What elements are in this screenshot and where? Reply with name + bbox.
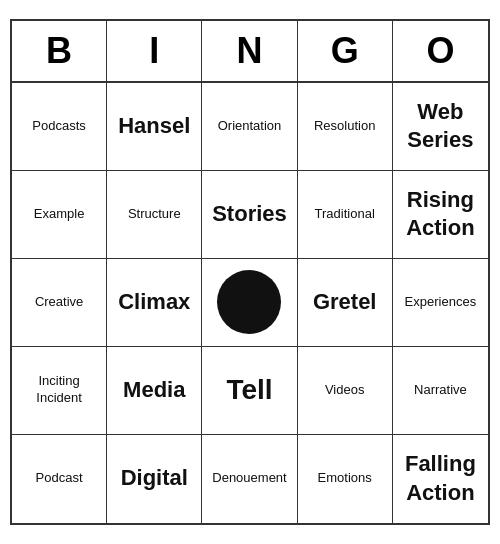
bingo-card: BINGO PodcastsHanselOrientationResolutio…	[10, 19, 490, 524]
bingo-letter-n: N	[202, 21, 297, 80]
cell-text-19: Narrative	[414, 382, 467, 399]
bingo-grid: PodcastsHanselOrientationResolutionWeb S…	[12, 83, 488, 523]
bingo-cell-3: Resolution	[298, 83, 393, 171]
free-space-circle	[217, 270, 281, 334]
bingo-cell-21: Digital	[107, 435, 202, 523]
cell-text-11: Climax	[118, 288, 190, 317]
cell-text-6: Structure	[128, 206, 181, 223]
cell-text-10: Creative	[35, 294, 83, 311]
bingo-cell-13: Gretel	[298, 259, 393, 347]
bingo-cell-8: Traditional	[298, 171, 393, 259]
bingo-letter-b: B	[12, 21, 107, 80]
bingo-cell-0: Podcasts	[12, 83, 107, 171]
cell-text-13: Gretel	[313, 288, 377, 317]
cell-text-24: Falling Action	[397, 450, 484, 507]
bingo-cell-15: Inciting Incident	[12, 347, 107, 435]
cell-text-21: Digital	[121, 464, 188, 493]
cell-text-7: Stories	[212, 200, 287, 229]
bingo-cell-20: Podcast	[12, 435, 107, 523]
cell-text-17: Tell	[226, 372, 272, 408]
cell-text-14: Experiences	[405, 294, 477, 311]
bingo-cell-4: Web Series	[393, 83, 488, 171]
bingo-header: BINGO	[12, 21, 488, 82]
cell-text-5: Example	[34, 206, 85, 223]
bingo-cell-19: Narrative	[393, 347, 488, 435]
cell-text-18: Videos	[325, 382, 365, 399]
cell-text-3: Resolution	[314, 118, 375, 135]
bingo-cell-6: Structure	[107, 171, 202, 259]
bingo-cell-5: Example	[12, 171, 107, 259]
cell-text-15: Inciting Incident	[16, 373, 102, 407]
bingo-cell-22: Denouement	[202, 435, 297, 523]
bingo-letter-i: I	[107, 21, 202, 80]
cell-text-16: Media	[123, 376, 185, 405]
bingo-cell-10: Creative	[12, 259, 107, 347]
bingo-cell-23: Emotions	[298, 435, 393, 523]
cell-text-9: Rising Action	[397, 186, 484, 243]
bingo-cell-17: Tell	[202, 347, 297, 435]
cell-text-20: Podcast	[36, 470, 83, 487]
cell-text-0: Podcasts	[32, 118, 85, 135]
bingo-cell-7: Stories	[202, 171, 297, 259]
cell-text-22: Denouement	[212, 470, 286, 487]
cell-text-2: Orientation	[218, 118, 282, 135]
bingo-cell-11: Climax	[107, 259, 202, 347]
bingo-cell-24: Falling Action	[393, 435, 488, 523]
cell-text-1: Hansel	[118, 112, 190, 141]
bingo-cell-1: Hansel	[107, 83, 202, 171]
bingo-cell-18: Videos	[298, 347, 393, 435]
bingo-cell-14: Experiences	[393, 259, 488, 347]
bingo-letter-g: G	[298, 21, 393, 80]
cell-text-23: Emotions	[318, 470, 372, 487]
bingo-letter-o: O	[393, 21, 488, 80]
bingo-cell-16: Media	[107, 347, 202, 435]
cell-text-4: Web Series	[397, 98, 484, 155]
bingo-cell-12	[202, 259, 297, 347]
cell-text-8: Traditional	[315, 206, 375, 223]
bingo-cell-2: Orientation	[202, 83, 297, 171]
bingo-cell-9: Rising Action	[393, 171, 488, 259]
